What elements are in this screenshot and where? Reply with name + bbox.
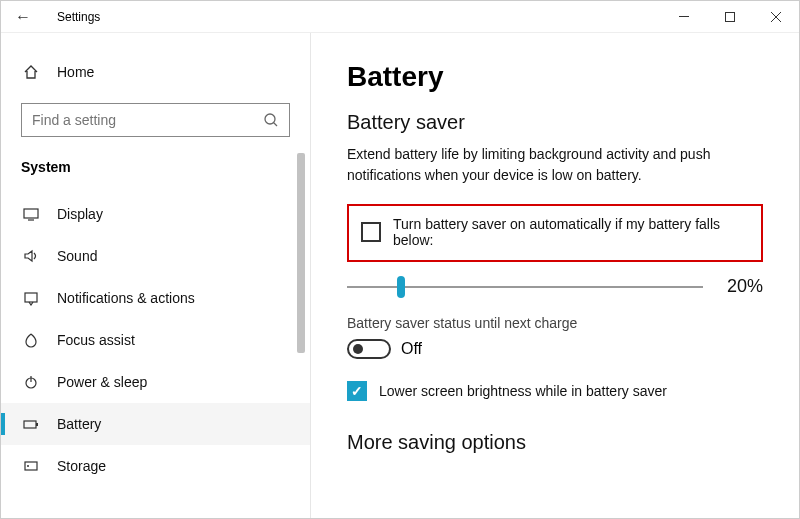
sidebar-item-focus-assist[interactable]: Focus assist [1,319,310,361]
power-icon [21,374,41,390]
slider-thumb[interactable] [397,276,405,298]
sidebar-item-battery[interactable]: Battery [1,403,310,445]
auto-saver-label: Turn battery saver on automatically if m… [393,216,749,248]
app-title: Settings [57,10,100,24]
more-options-heading: More saving options [347,431,763,454]
sidebar-item-storage[interactable]: Storage [1,445,310,487]
threshold-value: 20% [719,276,763,297]
search-field[interactable] [32,112,263,128]
sidebar-item-label: Display [57,206,103,222]
titlebar: ← Settings [1,1,799,33]
content: Home System Display Sound Notifications … [1,33,799,518]
svg-point-14 [27,465,29,467]
brightness-label: Lower screen brightness while in battery… [379,383,667,399]
search-input[interactable] [21,103,290,137]
maximize-button[interactable] [707,1,753,33]
back-button[interactable]: ← [15,5,39,29]
focus-assist-icon [21,332,41,348]
svg-rect-1 [726,12,735,21]
sidebar-item-label: Focus assist [57,332,135,348]
status-toggle[interactable] [347,339,391,359]
auto-saver-option: Turn battery saver on automatically if m… [347,204,763,262]
threshold-slider-row: 20% [347,276,763,297]
section-title: Battery saver [347,111,763,134]
display-icon [21,206,41,222]
sidebar-home-label: Home [57,64,94,80]
sidebar-section-label: System [1,153,310,193]
home-icon [21,64,41,80]
sidebar: Home System Display Sound Notifications … [1,33,311,518]
section-description: Extend battery life by limiting backgrou… [347,144,763,186]
sound-icon [21,248,41,264]
status-toggle-row: Off [347,339,763,359]
sidebar-item-display[interactable]: Display [1,193,310,235]
auto-saver-checkbox[interactable] [361,222,381,242]
svg-rect-11 [24,421,36,428]
sidebar-scrollbar[interactable] [294,33,308,518]
storage-icon [21,458,41,474]
sidebar-home[interactable]: Home [1,51,310,93]
svg-rect-0 [679,16,689,17]
svg-line-5 [274,123,278,127]
sidebar-item-label: Storage [57,458,106,474]
svg-rect-12 [36,423,38,426]
sidebar-item-label: Notifications & actions [57,290,195,306]
battery-icon [21,416,41,432]
window-buttons [661,1,799,33]
sidebar-item-sound[interactable]: Sound [1,235,310,277]
toggle-label: Off [401,340,422,358]
notifications-icon [21,290,41,306]
main-panel: Battery Battery saver Extend battery lif… [311,33,799,518]
status-label: Battery saver status until next charge [347,315,763,331]
svg-rect-6 [24,209,38,218]
threshold-slider[interactable] [347,277,703,297]
svg-rect-8 [25,293,37,302]
sidebar-item-notifications[interactable]: Notifications & actions [1,277,310,319]
sidebar-item-label: Sound [57,248,97,264]
sidebar-item-power-sleep[interactable]: Power & sleep [1,361,310,403]
svg-rect-13 [25,462,37,470]
brightness-option: ✓ Lower screen brightness while in batte… [347,381,763,401]
close-button[interactable] [753,1,799,33]
brightness-checkbox[interactable]: ✓ [347,381,367,401]
sidebar-item-label: Battery [57,416,101,432]
scrollbar-thumb[interactable] [297,153,305,353]
page-title: Battery [347,61,763,93]
active-indicator [1,413,5,435]
search-icon [263,112,279,128]
sidebar-item-label: Power & sleep [57,374,147,390]
toggle-knob [353,344,363,354]
minimize-button[interactable] [661,1,707,33]
